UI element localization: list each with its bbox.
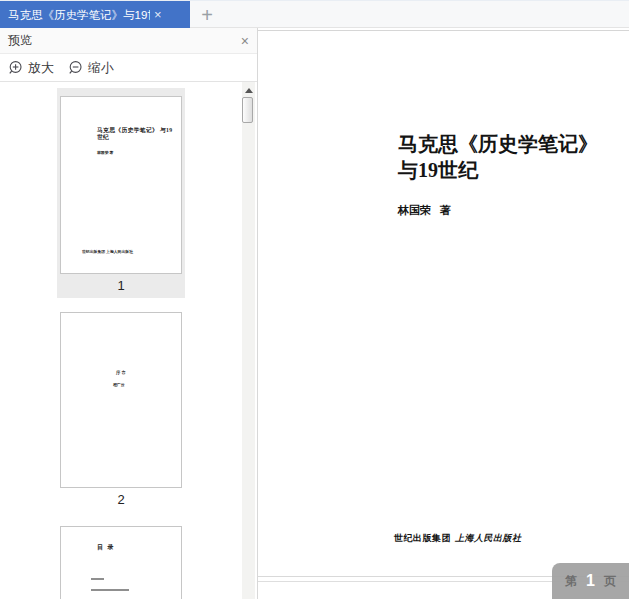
- page-indicator: 第 1 页: [552, 563, 629, 599]
- book-author: 林国荣著: [398, 203, 451, 218]
- magnifier-minus-icon: [68, 60, 84, 76]
- tab-document[interactable]: 马克思《历史学笔记》与19世纪 ×: [0, 1, 190, 29]
- thumbnail-page-1[interactable]: 马克思《历史学笔记》 与19世纪 林国荣 著 世纪出版集团 上海人民出版社 1: [57, 88, 185, 298]
- zoom-in-button[interactable]: 放大: [8, 59, 54, 77]
- sidebar-header: 预览 ×: [0, 28, 257, 54]
- thumbnail-3-preview: 目 录: [60, 526, 182, 599]
- mini-toc-heading: 目 录: [97, 543, 115, 551]
- zoom-in-label: 放大: [28, 59, 54, 77]
- mini-heading: 序 言: [116, 370, 126, 376]
- plus-icon: +: [201, 5, 213, 25]
- zoom-out-button[interactable]: 缩小: [68, 59, 114, 77]
- toc-line: [91, 589, 129, 591]
- app-window: 马克思《历史学笔记》与19世纪 × + 预览 × 放大: [0, 0, 629, 599]
- thumbnail-2-preview: 序 言 程广云: [60, 312, 182, 488]
- preview-sidebar: 预览 × 放大 缩小: [0, 28, 258, 599]
- sidebar-title: 预览: [8, 32, 32, 49]
- mini-publisher: 世纪出版集团 上海人民出版社: [82, 249, 133, 255]
- zoom-out-label: 缩小: [88, 59, 114, 77]
- book-title: 马克思《历史学笔记》 与19世纪: [398, 131, 598, 183]
- thumbnail-1-number: 1: [57, 278, 185, 293]
- tab-close-icon[interactable]: ×: [154, 1, 162, 29]
- scrollbar-thumb[interactable]: [242, 97, 253, 123]
- scroll-up-arrow-icon[interactable]: [245, 88, 253, 93]
- sidebar-scrollbar[interactable]: [242, 82, 255, 599]
- mini-author: 林国荣 著: [97, 150, 113, 156]
- document-view[interactable]: 马克思《历史学笔记》 与19世纪 林国荣著 世纪出版集团上海人民出版社 第 1 …: [258, 28, 629, 599]
- toc-line: [91, 578, 104, 580]
- sidebar-toolbar: 放大 缩小: [0, 54, 257, 82]
- thumbnail-2-number: 2: [57, 492, 185, 507]
- new-tab-button[interactable]: +: [194, 1, 220, 29]
- magnifier-plus-icon: [8, 60, 24, 76]
- thumbnail-list: 马克思《历史学笔记》 与19世纪 林国荣 著 世纪出版集团 上海人民出版社 1 …: [0, 82, 242, 599]
- page-indicator-suffix: 页: [604, 573, 616, 590]
- book-publisher: 世纪出版集团上海人民出版社: [394, 532, 522, 545]
- page-indicator-prefix: 第: [565, 573, 577, 590]
- sidebar-close-icon[interactable]: ×: [241, 34, 249, 48]
- page-indicator-number: 1: [586, 572, 595, 590]
- mini-title: 马克思《历史学笔记》 与19世纪: [97, 127, 176, 141]
- thumbnail-1-preview: 马克思《历史学笔记》 与19世纪 林国荣 著 世纪出版集团 上海人民出版社: [60, 96, 182, 274]
- thumbnail-page-3[interactable]: 目 录: [57, 518, 185, 599]
- thumbnail-page-2[interactable]: 序 言 程广云 2: [57, 304, 185, 512]
- tab-title: 马克思《历史学笔记》与19世纪: [8, 8, 150, 23]
- mini-author: 程广云: [113, 382, 125, 388]
- document-page: 马克思《历史学笔记》 与19世纪 林国荣著 世纪出版集团上海人民出版社: [258, 31, 629, 576]
- tab-bar: 马克思《历史学笔记》与19世纪 × +: [0, 0, 629, 28]
